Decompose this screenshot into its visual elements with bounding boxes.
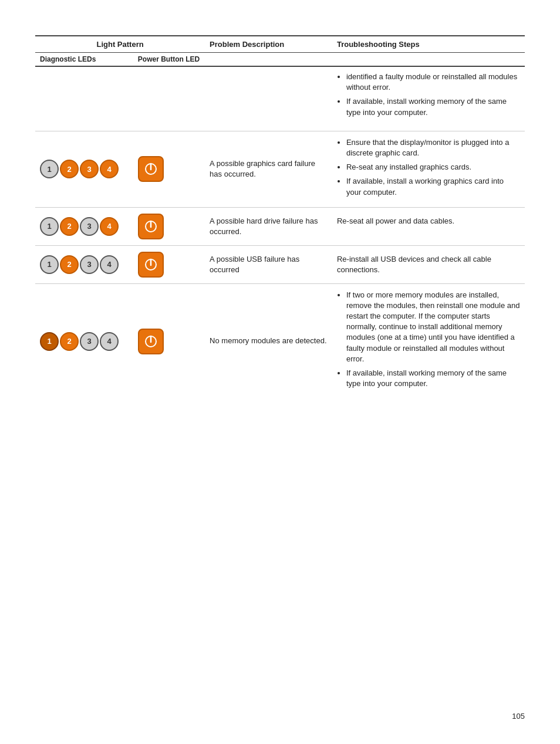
graphics-bullet-2: Re-seat any installed graphics cards. bbox=[346, 162, 520, 173]
memory-troubleshoot-col: If two or more memory modules are instal… bbox=[332, 283, 525, 398]
graphics-troubleshoot-col: Ensure that the display/monitor is plugg… bbox=[332, 131, 525, 207]
usb-row: 1 2 3 4 A possible USB failur bbox=[35, 245, 525, 283]
led-1-off: 1 bbox=[40, 160, 59, 178]
continues-bullet-2: If available, install working memory of … bbox=[346, 96, 520, 117]
hd-led-3-off: 3 bbox=[80, 217, 99, 236]
power-btn-subheader: Power Button LED bbox=[133, 53, 205, 67]
usb-troubleshoot-col: Re-install all USB devices and check all… bbox=[332, 245, 525, 283]
graphics-power-col bbox=[133, 131, 205, 207]
harddrive-troubleshoot-text: Re-seat all power and data cables. bbox=[337, 216, 520, 226]
page-wrapper: Light Pattern Problem Description Troubl… bbox=[0, 0, 560, 744]
usb-power-col bbox=[133, 245, 205, 283]
continues-troubleshoot-col: identified a faulty module or reinstalle… bbox=[332, 66, 525, 131]
memory-bullet-2: If available, install working memory of … bbox=[346, 368, 520, 389]
power-icon-usb bbox=[144, 258, 158, 272]
graphics-power-btn bbox=[138, 156, 164, 182]
mem-led-2-on: 2 bbox=[60, 332, 79, 351]
memory-bullet-1: If two or more memory modules are instal… bbox=[346, 290, 520, 364]
harddrive-troubleshoot-col: Re-seat all power and data cables. bbox=[332, 207, 525, 245]
harddrive-problem-col: A possible hard drive failure has occurr… bbox=[205, 207, 332, 245]
troubleshooting-header: Troubleshooting Steps bbox=[332, 36, 525, 53]
usb-led-2-on: 2 bbox=[60, 255, 79, 274]
memory-led-group: 1 2 3 4 bbox=[40, 332, 129, 351]
continues-problem-col bbox=[205, 66, 332, 131]
power-icon bbox=[144, 162, 158, 176]
diag-leds-subheader: Diagnostic LEDs bbox=[35, 53, 133, 67]
led-2-on: 2 bbox=[60, 160, 79, 178]
led-4-on: 4 bbox=[100, 160, 119, 178]
power-icon-mem bbox=[144, 334, 158, 349]
usb-led-3-off: 3 bbox=[80, 255, 99, 274]
memory-led-col: 1 2 3 4 bbox=[35, 283, 133, 398]
power-icon-hd bbox=[144, 219, 158, 234]
graphics-row: 1 2 3 4 A possible graphics c bbox=[35, 131, 525, 207]
graphics-problem-text: A possible graphics card failure has occ… bbox=[210, 158, 328, 180]
harddrive-led-col: 1 2 3 4 bbox=[35, 207, 133, 245]
usb-troubleshoot-text: Re-install all USB devices and check all… bbox=[337, 254, 520, 275]
graphics-led-group: 1 2 3 4 bbox=[40, 160, 129, 178]
usb-led-4-off: 4 bbox=[100, 255, 119, 274]
continues-power-col bbox=[133, 66, 205, 131]
main-table: Light Pattern Problem Description Troubl… bbox=[35, 35, 525, 398]
mem-led-3-off: 3 bbox=[80, 332, 99, 351]
harddrive-row: 1 2 3 4 A possible hard drive bbox=[35, 207, 525, 245]
problem-desc-header: Problem Description bbox=[205, 36, 332, 53]
mem-led-4-off: 4 bbox=[100, 332, 119, 351]
memory-power-btn bbox=[138, 329, 164, 354]
usb-problem-col: A possible USB failure has occurred bbox=[205, 245, 332, 283]
hd-led-4-on: 4 bbox=[100, 217, 119, 236]
harddrive-led-group: 1 2 3 4 bbox=[40, 217, 129, 236]
graphics-problem-col: A possible graphics card failure has occ… bbox=[205, 131, 332, 207]
continues-led-col bbox=[35, 66, 133, 131]
graphics-bullet-3: If available, install a working graphics… bbox=[346, 176, 520, 197]
usb-problem-text: A possible USB failure has occurred bbox=[210, 254, 328, 275]
memory-row: 1 2 3 4 No memory modules are bbox=[35, 283, 525, 398]
graphics-led-col: 1 2 3 4 bbox=[35, 131, 133, 207]
harddrive-power-btn bbox=[138, 214, 164, 239]
memory-power-col bbox=[133, 283, 205, 398]
led-3-on: 3 bbox=[80, 160, 99, 178]
page-number: 105 bbox=[512, 712, 525, 721]
light-pattern-header: Light Pattern bbox=[35, 36, 205, 53]
hd-led-2-on: 2 bbox=[60, 217, 79, 236]
troubleshoot-subheader-empty bbox=[332, 53, 525, 67]
harddrive-power-col bbox=[133, 207, 205, 245]
usb-power-btn bbox=[138, 252, 164, 278]
continues-row: identified a faulty module or reinstalle… bbox=[35, 66, 525, 131]
problem-subheader-empty bbox=[205, 53, 332, 67]
usb-led-group: 1 2 3 4 bbox=[40, 255, 129, 274]
harddrive-problem-text: A possible hard drive failure has occurr… bbox=[210, 216, 328, 237]
continues-bullet-1: identified a faulty module or reinstalle… bbox=[346, 72, 520, 93]
mem-led-1-on: 1 bbox=[40, 332, 59, 351]
memory-problem-text: No memory modules are detected. bbox=[210, 336, 328, 346]
hd-led-1-off: 1 bbox=[40, 217, 59, 236]
memory-problem-col: No memory modules are detected. bbox=[205, 283, 332, 398]
graphics-bullet-1: Ensure that the display/monitor is plugg… bbox=[346, 137, 520, 158]
usb-led-1-off: 1 bbox=[40, 255, 59, 274]
subheader-row: Diagnostic LEDs Power Button LED bbox=[35, 53, 525, 67]
header-row: Light Pattern Problem Description Troubl… bbox=[35, 36, 525, 53]
usb-led-col: 1 2 3 4 bbox=[35, 245, 133, 283]
